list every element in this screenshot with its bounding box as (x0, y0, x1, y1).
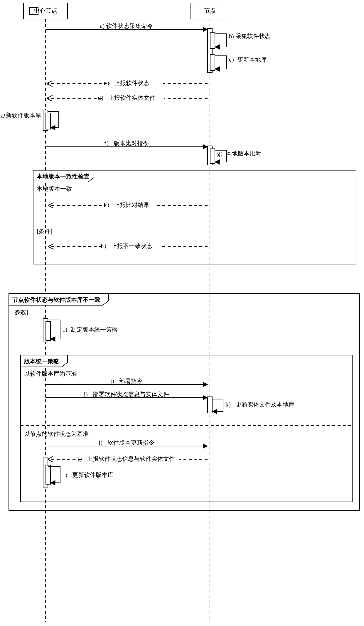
svg-rect-10 (21, 355, 352, 502)
msg-b-line (215, 34, 227, 47)
frag1-guard1: 本地版本一致 (37, 185, 72, 192)
msg-b-label: b) 采集软件状态 (229, 33, 271, 40)
msg-l1-label: l） 软件版本更新指令 (99, 439, 155, 446)
frag3-title: 版本统一策略 (24, 358, 60, 365)
participant-center-label: 中心节点 (34, 7, 57, 14)
msg-e-label: e） 构建/更新软件版本库 (0, 112, 41, 119)
msg-j2-label: j） 部署软件状态信息与实体文件 (84, 391, 169, 398)
sequence-diagram: 中心节点 节点 a) 软件状态采集命令 b) 采集软件状态 c）更新本地库 d）… (0, 0, 364, 626)
fragment-strategy: 版本统一策略 以软件版本库为基准 j） 部署指令 j） 部署软件状态信息与实体文… (21, 355, 352, 502)
activation-node-g (210, 149, 215, 163)
participant-node-label: 节点 (204, 7, 216, 14)
frag1-title: 本地版本一致性检查 (36, 173, 90, 180)
msg-k-line (212, 399, 223, 411)
activation-center-i2 (46, 321, 50, 340)
frag3-guard1: 以软件版本库为基准 (24, 370, 77, 377)
msg-d2-label: d） 上报软件实体文件 (98, 95, 155, 101)
fragment-inconsistent: 节点软件状态与软件版本库不一致 [参数] i）制定版本统一策略 版本统一策略 以… (9, 293, 360, 511)
msg-a-label: a) 软件状态采集命令 (100, 23, 153, 29)
participant-center: 中心节点 (23, 3, 68, 19)
activation-center-e2 (46, 113, 50, 129)
msg-i-label: i）制定版本统一策略 (63, 326, 118, 333)
activation-node-c (210, 54, 215, 70)
msg-c-label: c）更新本地库 (229, 56, 267, 63)
msg-l3-label: l） 更新软件版本库 (63, 472, 113, 478)
msg-c-line (215, 56, 227, 69)
participant-node: 节点 (191, 3, 229, 19)
activation-node-k (208, 397, 212, 413)
frag1-guard2: [条件] (37, 228, 52, 234)
msg-f-label: f） 版本比对指令 (104, 140, 149, 146)
activation-center-l3 (46, 465, 50, 484)
svg-rect-5 (33, 170, 356, 264)
activation-node-b (210, 32, 215, 48)
frag3-guard2: 以节点的软件状态为基准 (24, 431, 89, 437)
msg-h2-label: h） 上报不一致状态 (101, 243, 152, 249)
frag2-title: 节点软件状态与软件版本库不一致 (12, 296, 100, 303)
svg-rect-9 (9, 293, 360, 511)
msg-j1-label: j） 部署指令 (110, 378, 143, 384)
msg-l2-label: l） 上报软件状态信息与软件实体文件 (78, 455, 175, 462)
msg-h1-label: h） 上报比对结果 (104, 202, 149, 208)
fragment-consistency-check: 本地版本一致性检查 本地版本一致 h） 上报比对结果 [条件] h） 上报不一致… (33, 170, 356, 264)
frag2-guard: [参数] (12, 309, 28, 315)
msg-g-label: g）本地版本比对 (217, 150, 261, 157)
msg-k-label: k） 更新实体文件及本地库 (225, 401, 294, 408)
msg-d1-label: d） 上报软件状态 (104, 80, 149, 86)
